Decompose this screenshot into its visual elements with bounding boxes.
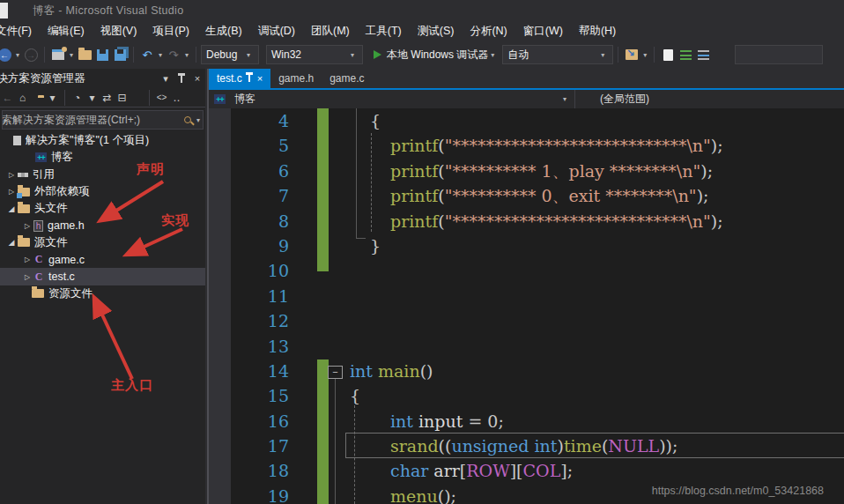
tree-item-引用[interactable]: ▷引用: [0, 167, 205, 183]
project-scope-combo[interactable]: ++ 博客 ▾: [209, 90, 574, 108]
line-number: 19: [209, 484, 289, 504]
menu-item-10[interactable]: 窗口(W): [515, 21, 571, 41]
auto-combo[interactable]: 自动▾: [502, 45, 613, 64]
menu-item-8[interactable]: 测试(S): [410, 21, 463, 41]
home-icon[interactable]: ⌂: [15, 92, 30, 104]
menu-item-11[interactable]: 帮助(H): [571, 21, 624, 41]
tree-item-解决方案-博客-1-个项目-[interactable]: 解决方案"博客"(1 个项目): [0, 132, 205, 149]
save-all-icon[interactable]: [111, 45, 129, 64]
editor-navigation-bar: ++ 博客 ▾ (全局范围): [209, 90, 844, 108]
expanded-expander-icon[interactable]: ◢: [5, 204, 18, 213]
code-line-15: 15{: [209, 383, 844, 408]
line-number: 13: [209, 334, 289, 359]
global-scope-combo[interactable]: (全局范围): [574, 90, 844, 108]
line-list-icon[interactable]: [677, 45, 694, 64]
main-entry-arrow: [95, 300, 132, 379]
menu-item-7[interactable]: 工具(T): [358, 21, 410, 41]
views-dropdown-icon[interactable]: ▾: [45, 92, 60, 104]
tree-item-label: 外部依赖项: [34, 184, 90, 199]
tree-item-test.c[interactable]: ▷Ctest.c: [0, 268, 205, 285]
tree-item-源文件[interactable]: ◢源文件: [0, 234, 205, 251]
collapse-all-icon[interactable]: ⊟: [115, 92, 130, 104]
code-line-6: 6printf("********** 1、play ********\n");: [209, 159, 844, 183]
open-file-icon[interactable]: [76, 45, 93, 64]
collapse-region-icon[interactable]: −: [328, 366, 343, 379]
search-placeholder: 搜索解决方案资源管理器(Ctrl+;): [2, 113, 184, 128]
tree-item-label: 源文件: [34, 235, 68, 250]
menu-item-6[interactable]: 团队(M): [303, 21, 358, 41]
overflow-icon[interactable]: ‥: [169, 92, 184, 104]
navigate-forward-icon[interactable]: →: [22, 45, 40, 64]
undo-dropdown-icon[interactable]: ▾: [156, 51, 165, 59]
collapsed-expander-icon[interactable]: ▷: [21, 222, 33, 230]
line-number: 11: [209, 284, 289, 308]
platform-combo[interactable]: Win32▾: [266, 45, 363, 64]
navigate-back-icon[interactable]: ←: [0, 45, 13, 64]
back-dropdown-icon[interactable]: ▾: [13, 51, 22, 59]
pending-dropdown-icon[interactable]: ▾: [85, 92, 100, 104]
play-icon: [374, 50, 381, 59]
tab-close-icon[interactable]: ×: [257, 73, 263, 84]
tab-pin-icon[interactable]: [248, 72, 250, 85]
code-line-8: 8printf("****************************\n"…: [209, 209, 844, 233]
code-editor[interactable]: 4{5printf("****************************\…: [209, 108, 844, 504]
search-dropdown-icon[interactable]: ▾: [194, 116, 203, 124]
menu-item-5[interactable]: 调试(D): [250, 21, 303, 41]
collapsed-expander-icon[interactable]: ▷: [5, 188, 18, 196]
menu-item-1[interactable]: 编辑(E): [40, 21, 93, 41]
menu-item-9[interactable]: 分析(N): [462, 21, 515, 41]
tree-item-label: 资源文件: [48, 286, 93, 301]
comment-lines-icon[interactable]: [694, 45, 712, 64]
expanded-expander-icon[interactable]: ◢: [5, 238, 18, 247]
line-number: 9: [209, 233, 289, 258]
editor-tab-strip: test.c×game.hgame.c: [209, 69, 844, 88]
collapsed-expander-icon[interactable]: ▷: [5, 171, 18, 179]
title-bar: 博客 - Microsoft Visual Studio: [0, 0, 844, 21]
menu-item-0[interactable]: 文件(F): [0, 21, 40, 41]
new-project-icon[interactable]: [49, 45, 67, 64]
toolbar-search-box[interactable]: [735, 45, 823, 64]
solution-explorer-toolbar: ← ⌂ ▾ ◔ ▾ ⇄ ⊟ <> ‥: [0, 88, 205, 107]
menu-item-3[interactable]: 项目(P): [144, 21, 197, 41]
undo-icon[interactable]: ↶: [138, 45, 156, 64]
line-number: 17: [209, 434, 289, 458]
sync-icon[interactable]: ⇄: [100, 92, 115, 104]
toolbar-separator: [64, 90, 65, 106]
close-icon[interactable]: ×: [189, 73, 205, 84]
configuration-combo[interactable]: Debug▾: [201, 45, 259, 64]
file-h-icon: h: [33, 220, 43, 232]
save-icon[interactable]: [93, 45, 111, 64]
new-dropdown-icon[interactable]: ▾: [67, 51, 76, 59]
pending-changes-icon[interactable]: ◔: [70, 92, 85, 104]
preview-code-icon[interactable]: <>: [154, 93, 169, 102]
toolbar-separator: [654, 47, 655, 63]
solution-search-box[interactable]: 搜索解决方案资源管理器(Ctrl+;) ▾: [2, 110, 204, 130]
line-number: 18: [209, 458, 289, 483]
start-debugging-button[interactable]: 本地 Windows 调试器 ▾: [368, 45, 502, 64]
new-file-icon[interactable]: [659, 45, 677, 64]
collapsed-expander-icon[interactable]: ▷: [21, 273, 33, 281]
tree-item-资源文件[interactable]: 资源文件: [0, 285, 205, 302]
vs-window: 博客 - Microsoft Visual Studio 文件(F)编辑(E)视…: [0, 0, 844, 504]
tab-test.c[interactable]: test.c×: [209, 69, 270, 88]
watermark-url: https://blog.csdn.net/m0_53421868: [652, 485, 824, 497]
menu-item-4[interactable]: 生成(B): [197, 21, 250, 41]
pin-icon[interactable]: [174, 70, 189, 86]
panel-menu-icon[interactable]: ▾: [158, 73, 174, 85]
redo-dropdown-icon: ▾: [182, 51, 191, 59]
tree-item-博客[interactable]: ++博客: [0, 149, 205, 166]
menu-item-2[interactable]: 视图(V): [93, 21, 145, 41]
tab-game.c[interactable]: game.c: [322, 69, 372, 88]
collapsed-expander-icon[interactable]: ▷: [21, 256, 33, 263]
project-icon: ++: [214, 94, 226, 104]
attach-dropdown-icon[interactable]: ▾: [640, 51, 649, 59]
code-line-9: 9}: [209, 233, 844, 258]
tab-game.h[interactable]: game.h: [270, 69, 322, 88]
tree-item-game.c[interactable]: ▷Cgame.c: [0, 251, 205, 268]
vs-logo-icon: [0, 3, 8, 19]
tree-item-外部依赖项[interactable]: ▷外部依赖项: [0, 183, 205, 200]
attach-process-icon[interactable]: [623, 45, 640, 64]
line-number: 6: [209, 159, 289, 183]
code-line-11: 11: [209, 284, 844, 308]
code-line-14: 14int main(): [209, 359, 844, 383]
